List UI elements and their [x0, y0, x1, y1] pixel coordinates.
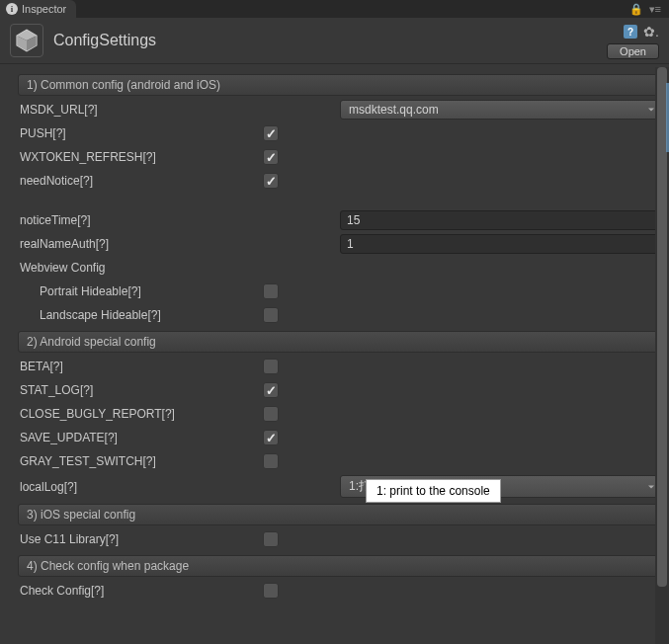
row-push: PUSH[?] [18, 123, 661, 143]
row-noticetime: noticeTime[?] [18, 210, 661, 230]
help-icon[interactable]: ? [624, 25, 637, 39]
checkbox-push[interactable] [263, 125, 279, 141]
row-saveupdate: SAVE_UPDATE[?] [18, 428, 661, 447]
info-icon: i [6, 3, 18, 15]
label-landscape-hideable: Landscape Hideable[?] [18, 308, 255, 322]
open-button[interactable]: Open [607, 43, 659, 59]
row-beta: BETA[?] [18, 357, 661, 376]
gear-icon[interactable]: ✿. [643, 24, 659, 40]
section-checkconfig: 4) Check config when package [18, 555, 661, 577]
row-webview-config: Webview Config [18, 258, 661, 278]
input-realnameauth[interactable] [340, 234, 661, 254]
unity-logo-icon [14, 28, 40, 53]
row-realnameauth: realNameAuth[?] [18, 234, 661, 254]
section-ios: 3) iOS special config [18, 504, 661, 525]
tooltip-locallog: 1: print to the console [366, 479, 501, 503]
label-statlog: STAT_LOG[?] [18, 383, 255, 397]
dropdown-msdk-url[interactable]: msdktest.qq.com [340, 100, 661, 120]
checkbox-wxtoken[interactable] [263, 149, 279, 165]
label-push: PUSH[?] [18, 126, 255, 140]
row-graytest: GRAY_TEST_SWITCH[?] [18, 451, 661, 471]
inspector-tab[interactable]: i Inspector [0, 0, 76, 18]
checkbox-graytest[interactable] [263, 453, 279, 469]
checkbox-saveupdate[interactable] [263, 430, 279, 445]
label-c11: Use C11 Library[?] [18, 532, 255, 546]
lock-icon[interactable]: 🔒 [629, 3, 643, 16]
label-checkconfig: Check Config[?] [18, 584, 255, 598]
label-graytest: GRAY_TEST_SWITCH[?] [18, 454, 255, 468]
vertical-scrollbar[interactable] [655, 67, 669, 644]
label-msdk-url: MSDK_URL[?] [18, 103, 255, 117]
checkbox-checkconfig[interactable] [263, 583, 279, 599]
checkbox-c11[interactable] [263, 531, 279, 547]
row-landscape-hideable: Landscape Hideable[?] [18, 305, 661, 325]
label-noticetime: noticeTime[?] [18, 213, 255, 227]
checkbox-landscape-hideable[interactable] [263, 307, 279, 323]
row-checkconfig: Check Config[?] [18, 581, 661, 601]
label-webview: Webview Config [18, 261, 255, 275]
header-icons: ? ✿. [624, 24, 659, 40]
label-realnameauth: realNameAuth[?] [18, 237, 255, 251]
section-common: 1) Common config (android and iOS) [18, 74, 661, 96]
label-portrait-hideable: Portrait Hideable[?] [18, 284, 255, 298]
tab-bar: i Inspector 🔒 ▾≡ [0, 0, 669, 18]
row-wxtoken: WXTOKEN_REFRESH[?] [18, 147, 661, 167]
checkbox-beta[interactable] [263, 359, 279, 374]
checkbox-statlog[interactable] [263, 382, 279, 398]
asset-icon [10, 24, 43, 57]
inspector-window: i Inspector 🔒 ▾≡ ConfigSettings ? ✿. Ope… [0, 0, 669, 644]
row-msdk-url: MSDK_URL[?] msdktest.qq.com [18, 100, 661, 120]
asset-header: ConfigSettings ? ✿. Open [0, 18, 669, 64]
tab-title: Inspector [22, 3, 66, 15]
row-locallog: localLog[?] 1:打印到控制台 [18, 475, 661, 498]
checkbox-portrait-hideable[interactable] [263, 283, 279, 299]
label-closebugly: CLOSE_BUGLY_REPORT[?] [18, 407, 255, 421]
row-neednotice: needNotice[?] [18, 171, 661, 191]
inspector-content: 1) Common config (android and iOS) MSDK_… [0, 64, 669, 644]
input-noticetime[interactable] [340, 210, 661, 230]
label-locallog: localLog[?] [18, 480, 255, 494]
label-neednotice: needNotice[?] [18, 174, 255, 188]
row-closebugly: CLOSE_BUGLY_REPORT[?] [18, 404, 661, 424]
row-statlog: STAT_LOG[?] [18, 380, 661, 400]
row-portrait-hideable: Portrait Hideable[?] [18, 282, 661, 301]
row-c11: Use C11 Library[?] [18, 529, 661, 549]
label-saveupdate: SAVE_UPDATE[?] [18, 431, 255, 444]
label-beta: BETA[?] [18, 360, 255, 373]
tab-right-controls: 🔒 ▾≡ [629, 0, 669, 18]
checkbox-neednotice[interactable] [263, 173, 279, 189]
tab-menu-icon[interactable]: ▾≡ [649, 3, 661, 16]
checkbox-closebugly[interactable] [263, 406, 279, 422]
asset-title: ConfigSettings [53, 32, 659, 49]
label-wxtoken: WXTOKEN_REFRESH[?] [18, 150, 255, 164]
section-android: 2) Android special config [18, 331, 661, 353]
